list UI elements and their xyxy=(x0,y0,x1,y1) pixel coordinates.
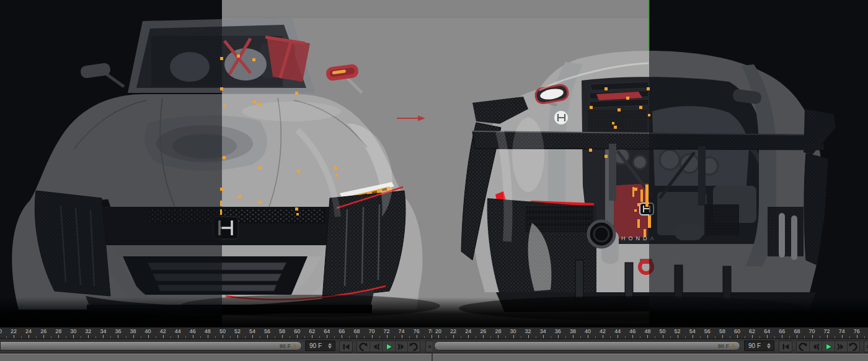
selection-handle[interactable] xyxy=(604,87,608,90)
ruler-frame-label: 74 xyxy=(399,328,405,334)
selection-handle[interactable] xyxy=(640,189,643,202)
selection-handle[interactable] xyxy=(637,219,640,228)
selection-handle[interactable] xyxy=(634,188,637,191)
transport-play-backward-button[interactable] xyxy=(357,341,370,352)
ruler-frame-label: 36 xyxy=(555,328,561,334)
ruler-tick xyxy=(483,335,484,338)
ruler-tick xyxy=(73,335,74,338)
selection-handle[interactable] xyxy=(334,167,337,170)
transport-next-frame-button[interactable] xyxy=(395,341,407,352)
selection-handle[interactable] xyxy=(647,87,650,90)
ruler-tick xyxy=(36,336,37,338)
selection-handle[interactable] xyxy=(223,156,226,159)
selection-handle[interactable] xyxy=(648,114,650,116)
frame-stepper[interactable] xyxy=(767,343,771,349)
selection-handle[interactable] xyxy=(253,100,256,103)
ruler-tick xyxy=(573,335,574,338)
expand-timeline-button[interactable]: » xyxy=(864,341,868,352)
selection-handle[interactable] xyxy=(220,201,222,206)
selection-handle[interactable] xyxy=(259,201,262,204)
front-clay-tint xyxy=(0,0,222,327)
ruler-frame-label: 46 xyxy=(190,328,196,334)
ruler-tick xyxy=(163,335,164,338)
transport-button-group xyxy=(356,341,420,352)
ruler-tick xyxy=(782,335,782,338)
ruler-tick xyxy=(170,336,171,338)
transport-go-to-end-button[interactable] xyxy=(847,341,859,352)
frame-ruler[interactable]: 2022242628303234363840424446485052545658… xyxy=(0,327,432,339)
selection-handle[interactable] xyxy=(295,92,298,95)
selection-handle[interactable] xyxy=(335,174,338,176)
current-frame-value: 90 F xyxy=(309,342,322,349)
selection-handle[interactable] xyxy=(632,187,634,197)
selection-handle[interactable] xyxy=(259,167,262,170)
selection-handle[interactable] xyxy=(220,57,223,60)
selection-handle[interactable] xyxy=(258,103,261,106)
ruler-tick xyxy=(372,335,373,338)
selection-handle[interactable] xyxy=(223,105,226,107)
selection-handle[interactable] xyxy=(637,203,640,206)
preview-range-bar[interactable]: 90 F xyxy=(0,341,302,350)
transport-play-forward-button[interactable] xyxy=(382,341,394,352)
selection-handle[interactable] xyxy=(626,97,629,100)
selection-handle[interactable] xyxy=(634,209,637,212)
ruler-tick xyxy=(260,336,260,338)
ruler-tick xyxy=(14,335,14,338)
ruler-frame-label: 70 xyxy=(808,328,815,334)
ruler-tick xyxy=(789,336,790,338)
ruler-tick xyxy=(543,335,544,338)
selection-handle[interactable] xyxy=(639,106,642,109)
ruler-frame-label: 46 xyxy=(629,328,636,334)
ruler-tick xyxy=(632,335,633,338)
transport-previous-frame-button[interactable] xyxy=(370,341,382,352)
ruler-frame-label: 68 xyxy=(353,328,360,334)
ruler-frame-label: 30 xyxy=(510,328,516,334)
selection-handle[interactable] xyxy=(614,126,617,129)
selection-handle[interactable] xyxy=(590,106,593,109)
selection-handle[interactable] xyxy=(604,155,608,158)
ruler-tick xyxy=(685,336,686,338)
selection-handle[interactable] xyxy=(644,229,646,237)
ruler-tick xyxy=(730,336,730,338)
preview-range-bar[interactable]: 90 F xyxy=(434,341,740,350)
selection-handle[interactable] xyxy=(238,195,241,198)
ruler-tick xyxy=(223,335,223,338)
ruler-tick xyxy=(580,336,581,338)
range-end-arrow-icon xyxy=(294,344,297,349)
ruler-tick xyxy=(857,335,857,338)
ruler-tick xyxy=(468,335,469,338)
ruler-frame-label: 66 xyxy=(779,328,785,334)
ruler-frame-label: 64 xyxy=(324,328,330,334)
transport-next-frame-button[interactable] xyxy=(835,341,847,352)
selection-handle[interactable] xyxy=(220,188,223,191)
transport-go-to-start-button[interactable] xyxy=(779,341,792,352)
selection-handle[interactable] xyxy=(220,209,222,215)
selection-handle[interactable] xyxy=(296,213,299,215)
viewport-canvas[interactable]: HONDA xyxy=(0,0,868,327)
current-frame-field[interactable]: 90 F xyxy=(744,341,774,351)
selection-handle[interactable] xyxy=(589,149,592,152)
selection-handle[interactable] xyxy=(618,108,621,111)
selection-handle[interactable] xyxy=(612,122,614,124)
transport-play-backward-button[interactable] xyxy=(797,341,809,352)
ruler-tick xyxy=(767,335,768,338)
frame-ruler[interactable]: 2022242628303234363840424446485052545658… xyxy=(432,327,868,339)
selection-handle[interactable] xyxy=(220,87,223,90)
selection-handle[interactable] xyxy=(648,215,651,228)
ruler-tick xyxy=(647,335,648,338)
selection-handle[interactable] xyxy=(237,54,240,58)
selection-handle[interactable] xyxy=(645,185,649,207)
current-frame-field[interactable]: 90 F xyxy=(305,341,335,351)
ruler-tick xyxy=(490,336,491,338)
transport-go-to-end-button[interactable] xyxy=(407,341,420,352)
transport-go-to-start-button[interactable] xyxy=(339,341,353,352)
selection-handle[interactable] xyxy=(295,207,298,211)
expand-timeline-button[interactable]: » xyxy=(425,341,432,352)
transport-previous-frame-button[interactable] xyxy=(809,341,822,352)
selection-handle[interactable] xyxy=(297,170,300,173)
selection-handle[interactable] xyxy=(252,58,255,61)
transport-play-forward-button[interactable] xyxy=(822,341,834,352)
frame-stepper[interactable] xyxy=(328,343,332,349)
ruler-frame-label: 28 xyxy=(55,328,61,334)
ruler-tick xyxy=(453,335,454,338)
